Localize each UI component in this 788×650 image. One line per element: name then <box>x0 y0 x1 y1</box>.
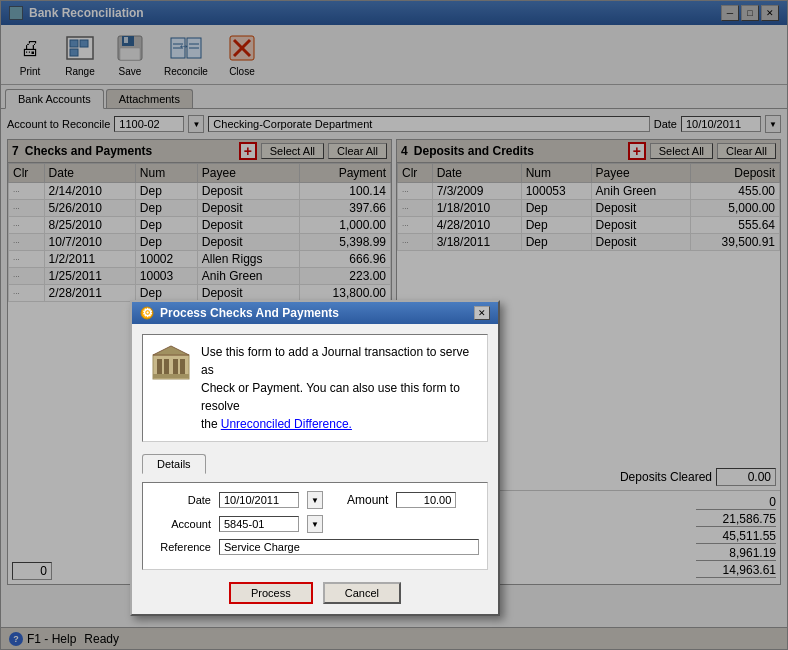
modal-body: Use this form to add a Journal transacti… <box>132 324 498 614</box>
form-date-row: Date ▼ Amount <box>151 491 479 509</box>
modal-desc-line2: Check or Payment. You can also use this … <box>201 381 460 413</box>
svg-marker-21 <box>153 346 189 355</box>
bank-reconciliation-window: Bank Reconciliation ─ □ ✕ 🖨 Print Range <box>0 0 788 650</box>
svg-rect-22 <box>157 359 162 375</box>
form-reference-label: Reference <box>151 541 211 553</box>
form-amount-label: Amount <box>347 493 388 507</box>
form-date-label: Date <box>151 494 211 506</box>
svg-rect-24 <box>173 359 178 375</box>
svg-rect-26 <box>153 374 189 378</box>
form-account-row: Account ▼ <box>151 515 479 533</box>
unreconciled-difference-link[interactable]: Unreconciled Difference. <box>221 417 352 431</box>
form-account-dropdown[interactable]: ▼ <box>307 515 323 533</box>
form-amount-input[interactable] <box>396 492 456 508</box>
modal-title-text: Process Checks And Payments <box>160 306 339 320</box>
modal-form: Date ▼ Amount Account ▼ Reference <box>142 482 488 570</box>
modal-info-section: Use this form to add a Journal transacti… <box>142 334 488 442</box>
cancel-button[interactable]: Cancel <box>323 582 401 604</box>
form-date-dropdown[interactable]: ▼ <box>307 491 323 509</box>
form-reference-input[interactable] <box>219 539 479 555</box>
modal-icon: ⚙ <box>140 306 154 320</box>
svg-rect-25 <box>180 359 185 375</box>
modal-close-button[interactable]: ✕ <box>474 306 490 320</box>
modal-description: Use this form to add a Journal transacti… <box>201 343 479 433</box>
modal-desc-line1: Use this form to add a Journal transacti… <box>201 345 469 377</box>
modal-desc-line3: the <box>201 417 218 431</box>
process-checks-modal: ⚙ Process Checks And Payments ✕ <box>130 300 500 616</box>
process-button[interactable]: Process <box>229 582 313 604</box>
form-date-input[interactable] <box>219 492 299 508</box>
modal-title-bar: ⚙ Process Checks And Payments ✕ <box>132 302 498 324</box>
svg-rect-23 <box>164 359 169 375</box>
form-account-label: Account <box>151 518 211 530</box>
bank-icon <box>151 343 191 383</box>
modal-tab-details[interactable]: Details <box>142 454 206 474</box>
form-reference-row: Reference <box>151 539 479 555</box>
form-account-input[interactable] <box>219 516 299 532</box>
modal-title: ⚙ Process Checks And Payments <box>140 306 339 320</box>
svg-text:⚙: ⚙ <box>142 306 153 320</box>
modal-tabs: Details <box>142 454 488 474</box>
modal-buttons: Process Cancel <box>142 582 488 604</box>
